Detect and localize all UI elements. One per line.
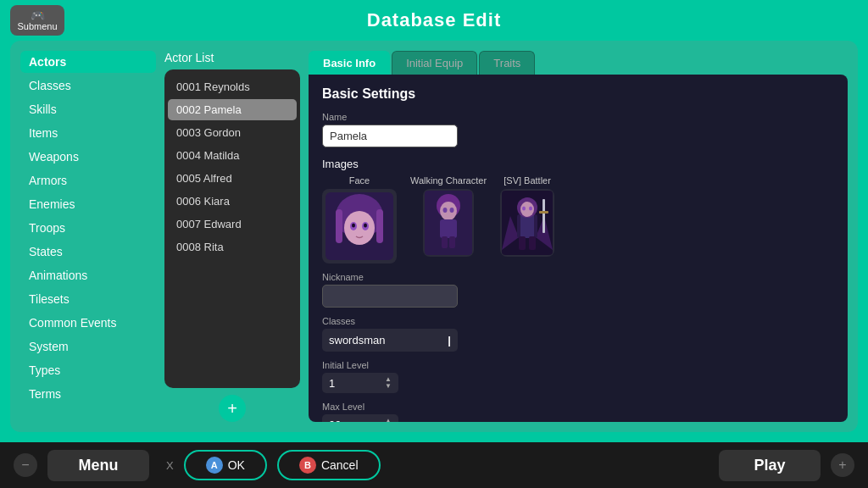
sidebar-item-terms[interactable]: Terms [20, 383, 156, 405]
sidebar-item-common-events[interactable]: Common Events [20, 312, 156, 334]
svg-point-8 [364, 224, 367, 228]
sidebar-item-classes[interactable]: Classes [20, 75, 156, 97]
add-actor-button[interactable]: + [219, 395, 246, 422]
max-level-value: 99 [329, 419, 341, 423]
images-label: Images [322, 158, 834, 170]
sidebar-item-types[interactable]: Types [20, 359, 156, 381]
max-level-input[interactable]: 99 ▲ ▼ [322, 414, 398, 422]
submenu-icon: 🎮 [31, 9, 45, 21]
actor-list-panel: Actor List 0001 Reynolds 0002 Pamela 000… [164, 51, 300, 422]
menu-button[interactable]: Menu [47, 450, 149, 481]
actor-list-header: Actor List [164, 51, 300, 64]
minus-button[interactable]: − [14, 453, 37, 477]
sidebar-item-states[interactable]: States [20, 241, 156, 263]
name-field-row: Name [322, 112, 834, 147]
svg-rect-2 [336, 209, 342, 243]
plus-button[interactable]: + [831, 453, 854, 477]
battler-image-box[interactable] [500, 189, 554, 257]
max-level-label: Max Level [322, 402, 834, 412]
classes-value: swordsman [329, 334, 385, 347]
play-button[interactable]: Play [719, 450, 821, 481]
sidebar-item-system[interactable]: System [20, 336, 156, 358]
classes-field-row: Classes swordsman | [322, 316, 834, 352]
walking-slot: Walking Character [410, 175, 487, 257]
svg-rect-16 [449, 236, 455, 248]
svg-rect-25 [529, 236, 536, 250]
actor-item-0003[interactable]: 0003 Gordon [168, 122, 297, 143]
initial-level-value: 1 [329, 377, 335, 390]
initial-level-label: Initial Level [322, 360, 834, 370]
tab-traits[interactable]: Traits [479, 51, 535, 75]
initial-level-row: Initial Level 1 ▲ ▼ [322, 360, 834, 393]
classes-label: Classes [322, 316, 834, 326]
face-label: Face [349, 175, 370, 186]
nickname-label: Nickname [322, 272, 834, 282]
sidebar: Actors Classes Skills Items Weapons Armo… [20, 51, 156, 422]
tabs-area: Basic Info Initial Equip Traits [309, 51, 848, 75]
sidebar-item-enemies[interactable]: Enemies [20, 193, 156, 215]
svg-rect-15 [442, 236, 448, 248]
sidebar-item-weapons[interactable]: Weapons [20, 146, 156, 168]
svg-point-12 [443, 208, 448, 213]
initial-level-input[interactable]: 1 ▲ ▼ [322, 373, 398, 393]
images-row: Face [322, 175, 834, 263]
sidebar-item-items[interactable]: Items [20, 122, 156, 144]
svg-point-13 [450, 208, 454, 213]
main-area: Actors Classes Skills Items Weapons Armo… [10, 41, 858, 432]
sidebar-item-troops[interactable]: Troops [20, 217, 156, 239]
cancel-button[interactable]: B Cancel [277, 450, 381, 480]
svg-rect-24 [519, 236, 526, 250]
classes-cursor: | [448, 334, 451, 347]
a-badge: A [206, 457, 223, 474]
max-level-row: Max Level 99 ▲ ▼ [322, 402, 834, 422]
classes-selector[interactable]: swordsman | [322, 329, 458, 352]
b-badge: B [299, 457, 316, 474]
actor-item-0004[interactable]: 0004 Matilda [168, 145, 297, 166]
sidebar-item-armors[interactable]: Armors [20, 169, 156, 191]
face-slot: Face [322, 175, 397, 263]
svg-rect-27 [539, 211, 548, 214]
sidebar-item-animations[interactable]: Animations [20, 264, 156, 286]
images-section: Images Face [322, 158, 834, 263]
submenu-label: Submenu [17, 21, 57, 31]
name-input[interactable] [322, 125, 458, 147]
section-title: Basic Settings [322, 86, 834, 102]
actor-item-0001[interactable]: 0001 Reynolds [168, 76, 297, 97]
sidebar-item-actors[interactable]: Actors [20, 51, 156, 73]
walking-label: Walking Character [410, 175, 487, 186]
battler-slot: [SV] Battler [500, 175, 554, 257]
svg-rect-26 [542, 199, 545, 233]
battler-label: [SV] Battler [504, 175, 551, 186]
submenu-button[interactable]: 🎮 Submenu [10, 5, 64, 36]
face-image-box[interactable] [322, 189, 397, 263]
actor-item-0002[interactable]: 0002 Pamela [168, 99, 297, 120]
page-title: Database Edit [367, 9, 502, 31]
nickname-input[interactable] [322, 285, 458, 308]
name-label: Name [322, 112, 834, 122]
max-level-spinner[interactable]: ▲ ▼ [385, 418, 392, 422]
walking-image-box[interactable] [423, 189, 474, 257]
actor-item-0008[interactable]: 0008 Rita [168, 236, 297, 258]
actor-item-0005[interactable]: 0005 Alfred [168, 168, 297, 189]
right-section: Basic Info Initial Equip Traits Basic Se… [309, 51, 848, 422]
sidebar-item-skills[interactable]: Skills [20, 98, 156, 120]
actor-list: 0001 Reynolds 0002 Pamela 0003 Gordon 00… [164, 69, 300, 388]
tab-initial-equip[interactable]: Initial Equip [392, 51, 477, 75]
svg-point-22 [522, 207, 526, 211]
actor-item-0006[interactable]: 0006 Kiara [168, 191, 297, 212]
svg-point-23 [529, 207, 532, 211]
content-panel: Basic Settings Name Images Face [309, 75, 848, 422]
svg-point-11 [440, 202, 457, 220]
actor-item-0007[interactable]: 0007 Edward [168, 214, 297, 235]
svg-rect-14 [440, 219, 457, 238]
bottom-bar: − Menu X A OK B Cancel Play + [0, 442, 868, 488]
sidebar-item-tilesets[interactable]: Tilesets [20, 288, 156, 310]
x-label: X [166, 459, 174, 472]
initial-level-spinner[interactable]: ▲ ▼ [385, 376, 392, 390]
nickname-field-row: Nickname [322, 272, 834, 308]
ok-button[interactable]: A OK [184, 450, 267, 480]
cancel-label: Cancel [321, 458, 359, 472]
tab-basic-info[interactable]: Basic Info [309, 51, 390, 75]
svg-rect-3 [376, 209, 383, 243]
svg-point-7 [352, 224, 355, 228]
